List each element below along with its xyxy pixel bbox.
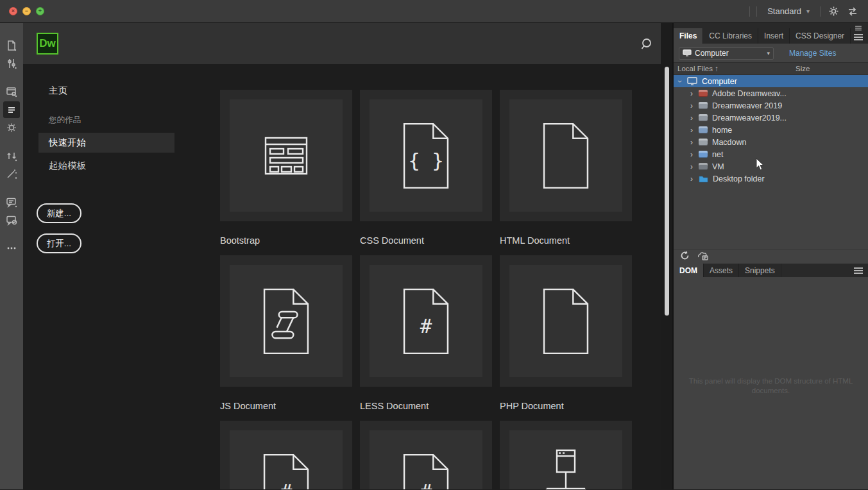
workspace-dropdown[interactable]: Standard ▾ (763, 4, 813, 18)
live-preview-icon[interactable] (3, 83, 20, 100)
get-put-files-icon[interactable] (697, 251, 708, 263)
open-button[interactable]: 打开... (37, 233, 81, 253)
document-card: HTML Document (500, 90, 632, 247)
chevron-collapsed-icon[interactable]: › (688, 101, 695, 110)
tree-item[interactable]: ›VM (674, 160, 868, 173)
chevron-down-icon: ▾ (767, 50, 770, 56)
disk-image-icon (699, 151, 708, 158)
layout-lines-icon[interactable] (3, 101, 20, 118)
card-tile[interactable] (220, 255, 352, 387)
scroll-icon (230, 265, 343, 377)
sort-arrow-icon: ↑ (715, 65, 719, 72)
tree-column-header: Local Files ↑ Size (674, 62, 868, 75)
column-size[interactable]: Size (796, 65, 810, 72)
tab-snippets[interactable]: Snippets (739, 264, 781, 277)
search-icon[interactable] (640, 37, 654, 51)
chevron-collapsed-icon[interactable]: › (688, 174, 695, 183)
card-label: LESS Document (360, 401, 492, 412)
site-select[interactable]: Computer ▾ (679, 47, 774, 60)
tab-insert[interactable]: Insert (758, 28, 790, 44)
target-gear-icon[interactable] (3, 119, 20, 136)
card-tile[interactable]: { } (360, 90, 492, 221)
doc-icon (509, 99, 622, 212)
refresh-icon[interactable] (680, 251, 690, 263)
chevron-collapsed-icon[interactable]: › (688, 126, 695, 135)
chevron-collapsed-icon[interactable]: › (688, 162, 695, 171)
column-local-files[interactable]: Local Files ↑ (674, 65, 719, 72)
tree-item-label: Desktop folder (713, 174, 765, 183)
card-tile[interactable] (500, 421, 632, 489)
scrollbar-thumb[interactable] (665, 67, 669, 316)
panel-options-icon[interactable] (854, 267, 863, 274)
tree-item[interactable]: ›home (674, 124, 868, 136)
card-tile[interactable] (500, 90, 632, 221)
card-tile[interactable]: # (360, 255, 492, 387)
zoom-button[interactable]: + (36, 7, 44, 15)
tree-item-label: Dreamweaver2019... (712, 114, 787, 122)
card-tile[interactable]: # (360, 421, 492, 489)
close-button[interactable]: × (9, 7, 17, 15)
tree-item[interactable]: ›Adobe Dreamweav... (674, 87, 868, 99)
comment-blocked-icon[interactable] (3, 212, 20, 228)
disk-image-icon (699, 90, 708, 97)
tree-item-label: Macdown (712, 138, 747, 147)
tab-css-designer[interactable]: CSS Designer (790, 28, 851, 44)
tab-cc-libraries[interactable]: CC Libraries (703, 28, 758, 44)
separator (820, 6, 821, 17)
left-toolbar (0, 23, 23, 489)
site-select-value: Computer (695, 49, 763, 58)
disk-image-icon (699, 102, 708, 109)
svg-text:#: # (420, 314, 432, 337)
gear-icon[interactable] (827, 5, 840, 18)
separator (749, 6, 750, 17)
chevron-collapsed-icon[interactable]: › (688, 89, 695, 98)
extract-wand-icon[interactable] (3, 165, 20, 182)
tree-item-label: Dreamweaver 2019 (712, 101, 782, 110)
more-options-icon[interactable] (3, 240, 20, 257)
document-card: Bootstrap (220, 90, 352, 247)
chevron-expanded-icon[interactable]: › (676, 78, 685, 85)
document-card (500, 421, 632, 489)
tree-item[interactable]: ›Desktop folder (674, 173, 868, 185)
disk-image-icon (699, 114, 708, 121)
minimize-button[interactable]: − (22, 7, 31, 15)
svg-text:{ }: { } (408, 149, 444, 172)
separator (756, 6, 757, 17)
title-bar: × − + Standard ▾ (0, 0, 868, 23)
panel-menu-icon[interactable] (855, 26, 862, 31)
nav-item-quick-start[interactable]: 快速开始 (38, 133, 174, 153)
file-transfer-icon[interactable] (3, 148, 20, 164)
tab-dom[interactable]: DOM (674, 264, 704, 277)
sliders-icon[interactable] (3, 55, 20, 72)
tab-files[interactable]: Files (674, 28, 703, 44)
doc-icon: # (370, 265, 482, 377)
workspace-sync-icon[interactable] (846, 5, 859, 18)
mouse-cursor (756, 158, 765, 174)
tab-assets[interactable]: Assets (704, 264, 739, 277)
tree-item[interactable]: ›Dreamweaver 2019 (674, 99, 868, 112)
comment-icon[interactable] (3, 194, 20, 210)
files-panel-tabs: FilesCC LibrariesInsertCSS Designer (674, 23, 868, 44)
sitemap-icon (509, 430, 622, 489)
nav-section-label: 您的作品 (49, 115, 81, 126)
tree-item[interactable]: ›Dreamweaver2019... (674, 112, 868, 124)
new-button[interactable]: 新建... (37, 203, 81, 223)
manage-sites-link[interactable]: Manage Sites (789, 49, 836, 58)
card-tile[interactable]: # (220, 421, 352, 489)
nav-item-starter-templates[interactable]: 起始模板 (49, 160, 86, 172)
disk-image-icon (699, 139, 708, 146)
nav-item-home[interactable]: 主页 (49, 85, 67, 97)
tree-item[interactable]: ›Macdown (674, 136, 868, 148)
chevron-collapsed-icon[interactable]: › (688, 138, 695, 147)
document-card: # (360, 421, 492, 489)
tree-item-label: Adobe Dreamweav... (712, 89, 787, 98)
panel-options-icon[interactable] (854, 34, 863, 40)
tree-item[interactable]: ›net (674, 148, 868, 160)
new-document-icon[interactable] (3, 37, 20, 54)
chevron-collapsed-icon[interactable]: › (688, 114, 695, 122)
card-tile[interactable] (220, 90, 352, 221)
chevron-collapsed-icon[interactable]: › (688, 150, 695, 159)
browser-layout-icon (230, 99, 343, 212)
tree-item-root[interactable]: › Computer (674, 75, 868, 87)
card-tile[interactable] (500, 255, 632, 387)
